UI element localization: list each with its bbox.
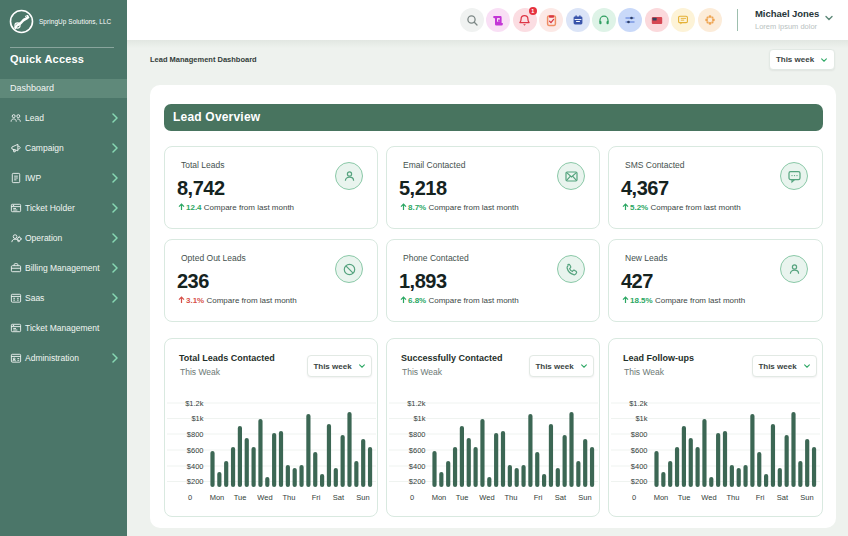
svg-text:Sun: Sun <box>356 493 369 502</box>
svg-text:$200: $200 <box>409 477 426 486</box>
svg-text:$1k: $1k <box>413 414 425 423</box>
svg-text:$1k: $1k <box>191 414 203 423</box>
svg-text:0: 0 <box>632 493 636 502</box>
svg-text:0: 0 <box>188 493 192 502</box>
svg-text:$1.2k: $1.2k <box>185 399 204 408</box>
svg-text:Mon: Mon <box>210 493 225 502</box>
svg-text:Thu: Thu <box>283 493 296 502</box>
svg-text:$600: $600 <box>409 446 426 455</box>
svg-text:Sun: Sun <box>578 493 591 502</box>
svg-text:Thu: Thu <box>727 493 740 502</box>
svg-text:$200: $200 <box>187 477 204 486</box>
svg-text:$200: $200 <box>631 477 648 486</box>
svg-text:Mon: Mon <box>654 493 669 502</box>
svg-text:$1k: $1k <box>635 414 647 423</box>
svg-text:Wed: Wed <box>257 493 272 502</box>
svg-text:Tue: Tue <box>234 493 247 502</box>
svg-text:$600: $600 <box>187 446 204 455</box>
svg-text:$800: $800 <box>187 430 204 439</box>
svg-text:Tue: Tue <box>456 493 469 502</box>
svg-text:Wed: Wed <box>479 493 494 502</box>
svg-text:Sat: Sat <box>555 493 567 502</box>
svg-text:$400: $400 <box>631 462 648 471</box>
svg-text:Thu: Thu <box>505 493 518 502</box>
svg-text:$800: $800 <box>409 430 426 439</box>
svg-text:Sat: Sat <box>333 493 345 502</box>
svg-text:$1.2k: $1.2k <box>407 399 426 408</box>
svg-text:$800: $800 <box>631 430 648 439</box>
svg-text:Fri: Fri <box>534 493 543 502</box>
svg-text:0: 0 <box>410 493 414 502</box>
svg-text:$400: $400 <box>187 462 204 471</box>
svg-text:$1.2k: $1.2k <box>629 399 648 408</box>
svg-text:$600: $600 <box>631 446 648 455</box>
svg-text:Fri: Fri <box>756 493 765 502</box>
svg-text:Mon: Mon <box>432 493 447 502</box>
svg-text:$400: $400 <box>409 462 426 471</box>
svg-text:Sat: Sat <box>777 493 789 502</box>
svg-text:Fri: Fri <box>312 493 321 502</box>
svg-text:Sun: Sun <box>800 493 813 502</box>
svg-text:Tue: Tue <box>678 493 691 502</box>
svg-text:Wed: Wed <box>701 493 716 502</box>
